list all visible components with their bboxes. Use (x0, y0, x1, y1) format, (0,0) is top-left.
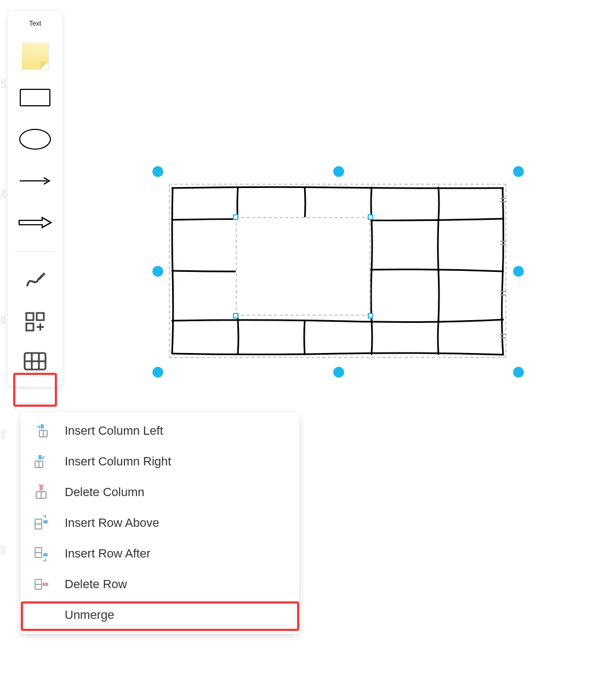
menu-delete-row[interactable]: Delete Row (21, 569, 299, 600)
delete-column-icon (32, 483, 50, 502)
selection-handle-mr[interactable] (513, 266, 524, 277)
insert-row-above-icon (32, 514, 50, 532)
ruler: 100 200 300 400 500 (0, 0, 7, 694)
menu-item-label: Insert Row Above (65, 516, 159, 530)
ruler-mark: 300 (1, 318, 7, 325)
svg-rect-1 (26, 313, 33, 320)
selection-handle-bm[interactable] (333, 367, 344, 378)
menu-item-label: Unmerge (65, 608, 114, 622)
cell-handle-br[interactable] (368, 313, 373, 318)
arrow-thin-icon (19, 175, 52, 186)
menu-insert-column-right[interactable]: Insert Column Right (21, 446, 299, 477)
svg-rect-18 (39, 486, 43, 491)
ruler-mark: 100 (1, 82, 7, 89)
cell-handle-tl[interactable] (233, 214, 238, 220)
canvas-table-selection[interactable] (169, 184, 506, 358)
menu-insert-row-after[interactable]: Insert Row After (21, 538, 299, 569)
arrow-block-icon (18, 217, 52, 229)
ellipse-tool[interactable] (18, 124, 53, 155)
svg-rect-22 (43, 520, 48, 524)
cell-handle-tr[interactable] (368, 214, 373, 220)
selection-handle-br[interactable] (513, 367, 524, 378)
ellipse-icon (19, 129, 51, 150)
shapes-grid-icon (25, 312, 45, 332)
freehand-tool[interactable] (18, 265, 53, 295)
sticky-note-tool[interactable] (18, 41, 53, 71)
cell-handle-bl[interactable] (233, 313, 238, 318)
svg-rect-25 (43, 553, 48, 556)
row-resize-handle[interactable] (500, 240, 506, 246)
selection-handle-tr[interactable] (513, 166, 524, 177)
menu-delete-column[interactable]: Delete Column (21, 477, 299, 508)
merged-cell-selection[interactable] (236, 217, 370, 316)
ruler-mark: 200 (1, 192, 7, 198)
insert-column-right-icon (32, 452, 50, 471)
table-icon (24, 352, 47, 371)
selection-handle-bl[interactable] (152, 367, 163, 378)
svg-rect-15 (38, 455, 42, 459)
text-tool[interactable]: Text (26, 18, 44, 30)
row-resize-handle[interactable] (500, 290, 506, 297)
shape-toolbar: Text (8, 11, 62, 386)
menu-item-label: Insert Column Right (65, 454, 171, 469)
row-resize-handle[interactable] (500, 197, 506, 203)
insert-column-left-icon (32, 422, 50, 440)
insert-row-after-icon (32, 544, 50, 563)
menu-insert-row-above[interactable]: Insert Row Above (21, 508, 299, 538)
selection-handle-tl[interactable] (152, 166, 163, 177)
svg-rect-12 (41, 424, 44, 429)
selection-handle-tm[interactable] (333, 166, 344, 177)
shapes-panel-tool[interactable] (18, 306, 53, 337)
table-context-menu: Insert Column Left Insert Column Right D… (21, 412, 299, 634)
unmerge-icon (32, 606, 50, 624)
selection-handle-ml[interactable] (152, 266, 163, 277)
block-arrow-tool[interactable] (18, 207, 53, 238)
svg-rect-2 (37, 313, 44, 320)
menu-item-label: Delete Row (65, 577, 127, 591)
freehand-icon (24, 269, 46, 291)
menu-item-label: Insert Row After (65, 547, 151, 561)
delete-row-icon (32, 575, 50, 594)
menu-unmerge[interactable]: Unmerge (21, 600, 299, 630)
ruler-mark: 500 (1, 548, 7, 555)
svg-rect-3 (26, 323, 33, 331)
toolbar-divider (15, 251, 55, 252)
sticky-note-icon (22, 43, 48, 69)
rectangle-icon (20, 89, 50, 106)
rectangle-tool[interactable] (18, 82, 53, 113)
table-tool[interactable] (18, 346, 53, 377)
menu-insert-column-left[interactable]: Insert Column Left (21, 416, 299, 446)
menu-item-label: Delete Column (65, 485, 145, 499)
menu-item-label: Insert Column Left (65, 424, 163, 438)
row-resize-handle[interactable] (500, 333, 506, 339)
line-arrow-tool[interactable] (18, 166, 53, 196)
ruler-mark: 400 (1, 433, 7, 440)
